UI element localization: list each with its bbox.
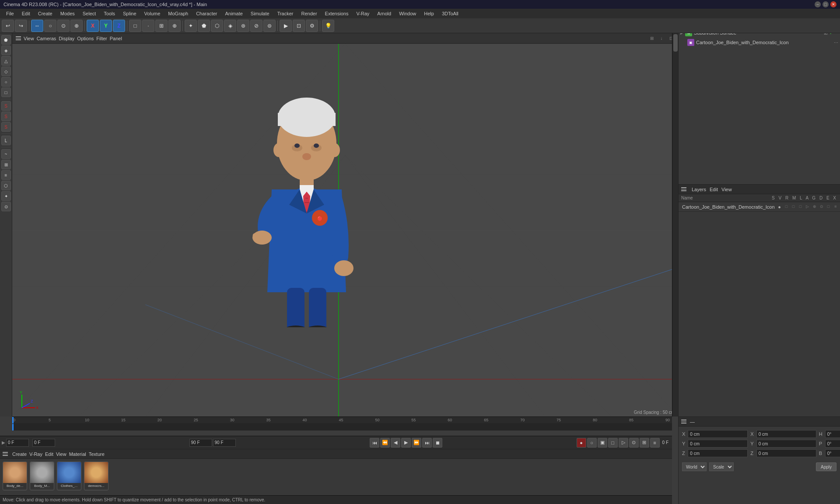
mat-menu-edit[interactable]: Edit: [45, 452, 53, 457]
menu-extensions[interactable]: Extensions: [322, 10, 352, 17]
record-button[interactable]: ●: [577, 438, 586, 448]
menu-spline[interactable]: Spline: [119, 10, 140, 17]
vp-menu-filter[interactable]: Filter: [96, 36, 107, 41]
layers-menu-edit[interactable]: Edit: [710, 187, 718, 192]
goto-start-button[interactable]: ⏮: [370, 438, 379, 448]
motion-clip-button[interactable]: ▷: [619, 438, 628, 448]
render-view-button[interactable]: ⊡: [293, 20, 305, 32]
menu-simulate[interactable]: Simulate: [247, 10, 273, 17]
close-button[interactable]: ✕: [830, 1, 836, 7]
goto-end-button[interactable]: ⏭: [422, 438, 432, 448]
menu-character[interactable]: Character: [192, 10, 220, 17]
y-axis-button[interactable]: Y: [100, 20, 112, 32]
mat-swatch-body-m[interactable]: Body_M...: [30, 462, 54, 490]
menu-modes[interactable]: Modes: [57, 10, 78, 17]
mat-menu-view[interactable]: View: [56, 452, 66, 457]
end-frame-right-input[interactable]: [213, 439, 236, 447]
obj-row-biden[interactable]: ▣ Cartoon_Joe_Biden_with_Democratic_Icon…: [679, 38, 840, 47]
menu-create[interactable]: Create: [35, 10, 56, 17]
key-all-button[interactable]: ▣: [598, 438, 607, 448]
layers-hamburger[interactable]: [681, 187, 686, 191]
mat-hamburger[interactable]: [3, 452, 8, 456]
sidebar-btn-S1[interactable]: S: [1, 101, 11, 111]
keyframe-row[interactable]: [12, 424, 672, 430]
menu-mograph[interactable]: MoGraph: [164, 10, 192, 17]
primitive-button[interactable]: ⬟: [198, 20, 210, 32]
menu-select[interactable]: Select: [79, 10, 100, 17]
layer-row-biden[interactable]: Cartoon_Joe_Biden_with_Democratic_Icon ●…: [679, 202, 840, 212]
fcurve-button[interactable]: ≡: [650, 438, 660, 448]
sidebar-btn-5[interactable]: ○: [1, 77, 11, 87]
apply-button[interactable]: Apply: [816, 462, 836, 471]
x-axis-button[interactable]: X: [87, 20, 99, 32]
add-object-button[interactable]: ✦: [185, 20, 197, 32]
timeline-button[interactable]: ⊞: [640, 438, 649, 448]
layers-menu-layers[interactable]: Layers: [692, 187, 706, 192]
sidebar-btn-S2[interactable]: S: [1, 112, 11, 121]
sidebar-btn-S3[interactable]: S: [1, 122, 11, 132]
object-tree[interactable]: ▶ ⊞ Subdivision Surface ☑ ✓ ⋯ ▣ Cartoon_…: [679, 28, 840, 184]
biden-btn-dot[interactable]: ⋯: [834, 40, 838, 45]
sidebar-btn-6[interactable]: □: [1, 88, 11, 97]
coord-system-select[interactable]: World: [682, 462, 707, 471]
vp-menu-view[interactable]: View: [24, 36, 34, 41]
menu-3dtoall[interactable]: 3DToAll: [438, 10, 462, 17]
current-frame-left-input[interactable]: [6, 439, 29, 447]
menu-tools[interactable]: Tools: [100, 10, 119, 17]
sidebar-btn-4[interactable]: ◇: [1, 66, 11, 76]
layer-icon-8[interactable]: ≡: [833, 204, 839, 210]
menu-window[interactable]: Window: [396, 10, 420, 17]
vp-menu-options[interactable]: Options: [77, 36, 94, 41]
sidebar-btn-2[interactable]: ◈: [1, 46, 11, 55]
edge-mode-button[interactable]: ⊞: [155, 20, 168, 32]
poly-mode-button[interactable]: ⊕: [168, 20, 181, 32]
coord-z-pos-input[interactable]: [688, 449, 748, 457]
render-settings-button[interactable]: ⚙: [306, 20, 318, 32]
step-back-button[interactable]: ⏪: [380, 438, 390, 448]
menu-vray[interactable]: V-Ray: [353, 10, 373, 17]
menu-file[interactable]: File: [3, 10, 18, 17]
menu-tracker[interactable]: Tracker: [274, 10, 297, 17]
vp-icon-2[interactable]: ↓: [658, 35, 665, 42]
props-hamburger[interactable]: [681, 420, 686, 424]
vp-menu-cameras[interactable]: Cameras: [37, 36, 56, 41]
sidebar-btn-grid[interactable]: ⊞: [1, 160, 11, 169]
layer-icon-dot[interactable]: ●: [777, 204, 783, 210]
layer-icon-1[interactable]: □: [784, 204, 790, 210]
layer-icon-5[interactable]: ⊕: [812, 204, 818, 210]
menu-render[interactable]: Render: [298, 10, 321, 17]
mat-swatch-democrs[interactable]: democrs...: [84, 462, 108, 490]
step-forward-button[interactable]: ⏩: [412, 438, 421, 448]
z-axis-button[interactable]: Z: [113, 20, 125, 32]
viewport-canvas[interactable]: 🔴 X Y Z Grid Spacing : 50 cm: [12, 44, 678, 416]
sidebar-btn-1[interactable]: ⬟: [1, 35, 11, 45]
scrollbar-thumb[interactable]: [673, 34, 678, 52]
effector-button[interactable]: ⊜: [263, 20, 276, 32]
maximize-button[interactable]: □: [822, 1, 829, 7]
light-button[interactable]: ⬡: [211, 20, 223, 32]
menu-help[interactable]: Help: [420, 10, 438, 17]
vp-menu-display[interactable]: Display: [59, 36, 74, 41]
deformer-button[interactable]: ⊛: [237, 20, 249, 32]
autokey-button[interactable]: ○: [587, 438, 597, 448]
sidebar-btn-hex[interactable]: ⬡: [1, 181, 11, 190]
layer-icon-4[interactable]: ▷: [805, 204, 811, 210]
vp-menu-panel[interactable]: Panel: [110, 36, 122, 41]
mat-swatch-clothes[interactable]: Clothes_...: [57, 462, 81, 490]
play-forward-button[interactable]: ▶: [401, 438, 411, 448]
undo-button[interactable]: ↩: [2, 20, 14, 32]
mat-menu-create[interactable]: Create: [12, 452, 27, 457]
coord-y-size-input[interactable]: [756, 440, 816, 448]
render-button[interactable]: ▶: [280, 20, 292, 32]
camera-button[interactable]: ◈: [224, 20, 236, 32]
layer-icon-2[interactable]: □: [791, 204, 797, 210]
menu-edit[interactable]: Edit: [18, 10, 34, 17]
end-frame-left-input[interactable]: [189, 439, 212, 447]
preview-button[interactable]: ⊙: [629, 438, 639, 448]
mat-menu-vray[interactable]: V-Ray: [29, 452, 42, 457]
redo-button[interactable]: ↪: [15, 20, 27, 32]
generator-button[interactable]: ⊘: [250, 20, 262, 32]
coord-z-size-input[interactable]: [756, 449, 816, 457]
coord-p-rot-input[interactable]: [825, 440, 840, 448]
all-transform-button[interactable]: ⊕: [70, 20, 83, 32]
